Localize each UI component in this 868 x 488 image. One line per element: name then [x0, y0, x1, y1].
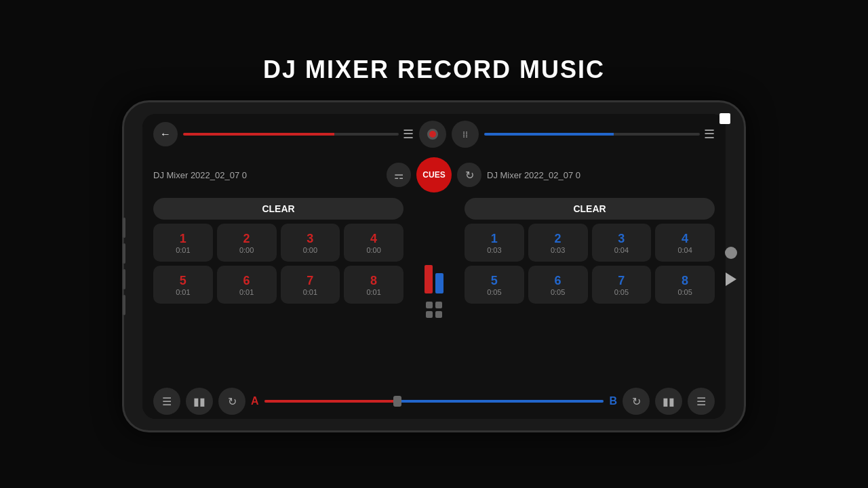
pad-time: 0:01 [239, 288, 254, 296]
pad-num: 4 [370, 232, 377, 246]
pad-num: 5 [491, 274, 498, 288]
left-pad-6[interactable]: 6 0:01 [217, 266, 277, 304]
right-pad-4[interactable]: 4 0:04 [655, 224, 715, 262]
pad-time: 0:00 [303, 246, 317, 254]
cues-button[interactable]: CUES [416, 157, 452, 192]
crossfader[interactable] [264, 400, 604, 403]
vu-bar-red [425, 265, 433, 294]
track-name-right: DJ Mixer 2022_02_07 0 [487, 170, 715, 180]
cue-right-panel: CLEAR 1 0:03 2 0:03 3 0:04 4 [465, 198, 715, 381]
pad-num: 7 [618, 274, 625, 288]
left-pad-4[interactable]: 4 0:00 [344, 224, 403, 262]
svg-rect-1 [435, 302, 442, 308]
pad-grid-button[interactable] [425, 300, 443, 319]
right-pad-1[interactable]: 1 0:03 [465, 224, 524, 262]
right-pad-2[interactable]: 2 0:03 [528, 224, 588, 262]
pad-time: 0:01 [176, 246, 190, 254]
pad-time: 0:05 [614, 288, 629, 296]
loop-right-button[interactable]: ↻ [623, 388, 650, 415]
middle-bar: DJ Mixer 2022_02_07 0 ⚎ CUES ↻ DJ Mixer … [142, 155, 726, 195]
left-volume-slider[interactable]: ☰ [183, 127, 414, 142]
loop-right-icon: ↻ [632, 395, 641, 408]
b-label: B [609, 395, 617, 407]
svg-rect-0 [426, 302, 433, 308]
hw-play-icon [726, 272, 736, 286]
hw-btn-4 [123, 295, 125, 315]
clear-right-button[interactable]: CLEAR [465, 198, 715, 220]
record-button[interactable] [419, 121, 446, 148]
device-left-buttons [123, 218, 125, 315]
pad-num: 7 [307, 274, 313, 288]
hw-btn-1 [123, 218, 125, 238]
page-title: DJ MIXER RECORD MUSIC [263, 56, 605, 84]
pad-num: 1 [180, 232, 186, 246]
left-pad-5[interactable]: 5 0:01 [153, 266, 213, 304]
right-pad-5[interactable]: 5 0:05 [465, 266, 524, 304]
settings-button[interactable]: ⚎ [387, 163, 411, 187]
right-pad-row-1: 1 0:03 2 0:03 3 0:04 4 0:04 [465, 224, 715, 262]
pause-left-button[interactable]: ▮▮ [186, 388, 213, 415]
left-pad-8[interactable]: 8 0:01 [344, 266, 403, 304]
pad-time: 0:03 [551, 246, 565, 254]
right-pad-8[interactable]: 8 0:05 [655, 266, 715, 304]
crossfader-left-fill [264, 400, 400, 403]
right-pad-row-2: 5 0:05 6 0:05 7 0:05 8 0:05 [465, 266, 715, 304]
pad-num: 8 [370, 274, 377, 288]
svg-rect-2 [426, 311, 433, 318]
back-button[interactable]: ← [153, 122, 178, 146]
left-volume-track [183, 133, 399, 136]
right-volume-slider[interactable]: ☰ [484, 127, 715, 142]
pad-time: 0:05 [487, 288, 501, 296]
crossfader-right-fill [400, 400, 604, 403]
right-volume-icon: ☰ [704, 127, 715, 142]
a-label: A [251, 395, 259, 407]
cue-middle-panel [410, 198, 458, 381]
pad-num: 2 [243, 232, 250, 246]
pad-time: 0:01 [303, 288, 317, 296]
left-pad-row-2: 5 0:01 6 0:01 7 0:01 8 0:01 [153, 266, 403, 304]
pad-num: 3 [618, 232, 625, 246]
pad-time: 0:05 [677, 288, 692, 296]
white-square-indicator [719, 113, 730, 124]
vu-bar-blue [435, 273, 443, 293]
playlist-left-icon: ☰ [162, 395, 172, 408]
loop-left-button[interactable]: ↻ [218, 388, 245, 415]
right-pad-7[interactable]: 7 0:05 [592, 266, 652, 304]
eq-icon: ⁞⁞ [462, 129, 468, 140]
device-right-side [725, 247, 737, 286]
screen: ← ☰ ⁞⁞ ☰ DJ Mixer 2022_02_07 0 ⚎ [142, 114, 726, 419]
pad-time: 0:00 [239, 246, 254, 254]
top-bar: ← ☰ ⁞⁞ ☰ [142, 114, 726, 155]
pad-num: 4 [682, 232, 688, 246]
record-dot-icon [427, 129, 438, 140]
crossfader-handle[interactable] [393, 396, 401, 407]
pad-time: 0:01 [366, 288, 380, 296]
pad-time: 0:03 [487, 246, 501, 254]
loop-icon: ↻ [465, 169, 474, 182]
pad-num: 1 [491, 232, 498, 246]
cue-section: CLEAR 1 0:01 2 0:00 3 0:00 4 [142, 195, 726, 384]
pause-right-icon: ▮▮ [663, 395, 675, 408]
pad-time: 0:04 [614, 246, 629, 254]
hw-circle-1 [725, 247, 737, 259]
left-pad-1[interactable]: 1 0:01 [153, 224, 213, 262]
pause-left-icon: ▮▮ [193, 395, 205, 408]
playlist-right-button[interactable]: ☰ [688, 388, 715, 415]
left-pad-7[interactable]: 7 0:01 [281, 266, 340, 304]
right-pad-6[interactable]: 6 0:05 [528, 266, 588, 304]
pause-right-button[interactable]: ▮▮ [655, 388, 682, 415]
left-pad-2[interactable]: 2 0:00 [217, 224, 277, 262]
clear-left-button[interactable]: CLEAR [153, 198, 403, 220]
settings-icon: ⚎ [394, 169, 403, 182]
right-volume-track [484, 133, 700, 136]
back-icon: ← [160, 128, 171, 140]
pad-time: 0:01 [176, 288, 190, 296]
right-pad-3[interactable]: 3 0:04 [592, 224, 652, 262]
pad-num: 3 [307, 232, 313, 246]
left-pad-3[interactable]: 3 0:00 [281, 224, 340, 262]
loop-button[interactable]: ↻ [457, 163, 481, 187]
device-frame: ← ☰ ⁞⁞ ☰ DJ Mixer 2022_02_07 0 ⚎ [122, 100, 746, 432]
eq-button[interactable]: ⁞⁞ [452, 121, 479, 148]
playlist-left-button[interactable]: ☰ [153, 388, 180, 415]
pad-num: 5 [180, 274, 186, 288]
